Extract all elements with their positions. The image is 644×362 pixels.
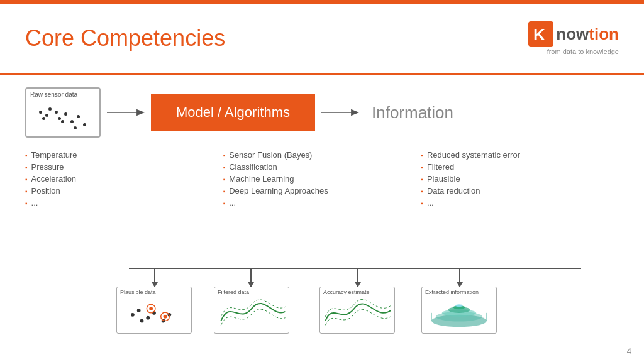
thumb-plausible-data: Plausible data: [116, 287, 192, 334]
arrow-to-info: [321, 105, 359, 120]
thumb-box-4: Extracted information: [421, 287, 497, 334]
svg-marker-4: [351, 109, 359, 116]
bullet-icon: ▪: [223, 164, 226, 171]
list-item: ▪...: [25, 198, 223, 207]
bullet-icon: ▪: [421, 188, 423, 195]
sensor-data-box: Raw sensor data: [25, 87, 101, 138]
svg-point-23: [455, 304, 463, 307]
sensor-dots: [26, 89, 99, 136]
main-content: Raw sensor data: [0, 75, 644, 362]
logo-k-icon: K: [528, 21, 553, 47]
list-item: ▪Machine Learning: [223, 174, 421, 184]
logo-tagline: from data to knowledge: [547, 48, 619, 55]
bullet-icon: ▪: [421, 200, 423, 207]
list-item: ▪...: [421, 198, 619, 207]
svg-point-5: [131, 313, 135, 317]
thumb-box-1: Plausible data: [116, 287, 192, 334]
bullet-icon: ▪: [25, 188, 28, 195]
svg-point-11: [140, 319, 144, 323]
svg-point-7: [146, 316, 150, 320]
thumb-accuracy-estimate: Accuracy estimate: [319, 287, 395, 334]
bullet-icon: ▪: [421, 164, 423, 171]
bullet-icon: ▪: [223, 152, 226, 159]
svg-point-15: [164, 315, 167, 319]
svg-marker-2: [136, 109, 145, 116]
arrow-down-2: [250, 268, 252, 287]
list-item: ▪Plausible: [421, 174, 619, 184]
filtered-data-icon: [214, 287, 289, 333]
list-item: ▪Position: [25, 186, 223, 195]
svg-point-6: [137, 309, 141, 312]
bullet-icon: ▪: [25, 152, 28, 159]
bullet-icon: ▪: [223, 200, 226, 207]
bullet-icon: ▪: [421, 152, 423, 159]
sensor-types-list: ▪Temperature ▪Pressure ▪Acceleration ▪Po…: [25, 150, 223, 207]
arrow-down-4: [459, 268, 460, 287]
list-item: ▪Deep Learning Approaches: [223, 186, 421, 195]
thumbnails-section: Plausible data: [25, 268, 619, 343]
accuracy-estimate-icon: [320, 287, 394, 333]
logo-area: K nowtion from data to knowledge: [528, 21, 619, 55]
list-item: ▪Reduced systematic error: [421, 150, 619, 160]
extracted-info-icon: [422, 287, 496, 333]
bullet-icon: ▪: [25, 176, 28, 183]
output-label: Information: [372, 103, 453, 123]
horizontal-connector: [129, 268, 581, 269]
header: Core Competencies K nowtion from data to…: [0, 4, 644, 73]
bullet-columns: ▪Temperature ▪Pressure ▪Acceleration ▪Po…: [25, 150, 619, 210]
logo-box: K nowtion: [528, 21, 619, 47]
list-item: ▪Pressure: [25, 162, 223, 172]
column-algorithms: ▪Sensor Fusion (Bayes) ▪Classification ▪…: [223, 150, 421, 210]
list-item: ▪...: [223, 198, 421, 207]
arrow-down-3: [357, 268, 358, 287]
algorithms-list: ▪Sensor Fusion (Bayes) ▪Classification ▪…: [223, 150, 421, 207]
list-item: ▪Acceleration: [25, 174, 223, 184]
model-algorithms-box: Model / Algorithms: [151, 94, 315, 131]
flow-diagram: Raw sensor data: [25, 87, 619, 138]
list-item: ▪Data reduction: [421, 186, 619, 195]
page-number: 4: [627, 346, 631, 356]
bullet-icon: ▪: [223, 176, 226, 183]
thumb-extracted-info: Extracted information: [421, 287, 497, 334]
thumb-box-2: Filtered data: [214, 287, 289, 334]
bullet-icon: ▪: [25, 200, 28, 207]
page-title: Core Competencies: [25, 25, 528, 52]
column-sensor-types: ▪Temperature ▪Pressure ▪Acceleration ▪Po…: [25, 150, 223, 210]
thumb-box-3: Accuracy estimate: [319, 287, 395, 334]
column-outputs: ▪Reduced systematic error ▪Filtered ▪Pla…: [421, 150, 619, 210]
list-item: ▪Classification: [223, 162, 421, 172]
list-item: ▪Temperature: [25, 150, 223, 160]
bullet-icon: ▪: [421, 176, 423, 183]
arrow-down-1: [154, 268, 155, 287]
plausible-data-icon: [117, 287, 191, 333]
logo-text: nowtion: [556, 25, 619, 44]
svg-text:K: K: [533, 25, 545, 44]
svg-point-13: [149, 307, 153, 310]
thumb-filtered-data: Filtered data: [214, 287, 289, 334]
list-item: ▪Filtered: [421, 162, 619, 172]
bullet-icon: ▪: [25, 164, 28, 171]
bullet-icon: ▪: [223, 188, 226, 195]
outputs-list: ▪Reduced systematic error ▪Filtered ▪Pla…: [421, 150, 619, 207]
arrow-to-model: [107, 105, 145, 120]
list-item: ▪Sensor Fusion (Bayes): [223, 150, 421, 160]
